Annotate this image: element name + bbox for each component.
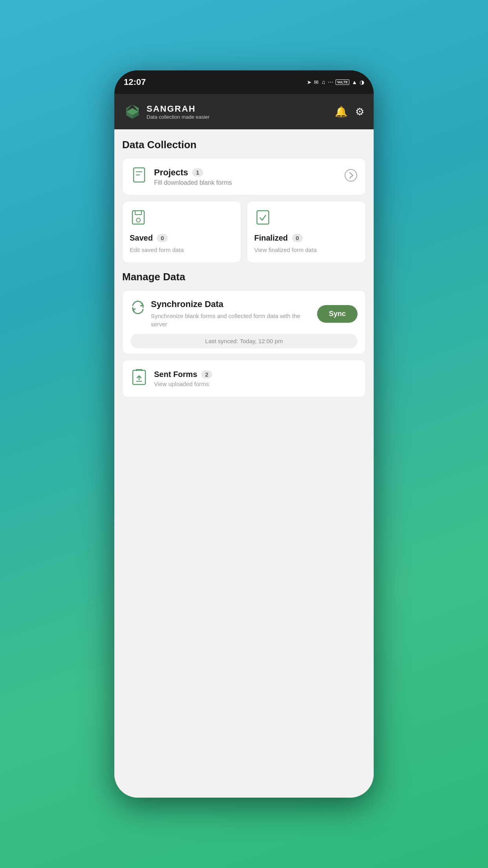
data-collection-title: Data Collection — [122, 139, 366, 151]
svg-point-11 — [136, 218, 140, 222]
battery-icon: ◑ — [360, 79, 364, 85]
location-icon: ➤ — [307, 79, 312, 85]
status-bar: 12:07 ➤ ✉ ♫ ⋯ VoLTE ▲ ◑ — [114, 70, 374, 94]
brand-tagline: Data collection made easier — [147, 114, 209, 120]
projects-title: Projects — [154, 167, 188, 178]
finalized-card[interactable]: Finalized 0 View finalized form data — [247, 201, 366, 263]
saved-finalized-row: Saved 0 Edit saved form data Finalized — [122, 201, 366, 263]
whatsapp-icon: ✉ — [314, 79, 319, 85]
manage-data-title: Manage Data — [122, 271, 366, 283]
finalized-title: Finalized — [254, 234, 288, 243]
misc-icons: ⋯ — [328, 79, 333, 85]
sync-button[interactable]: Sync — [317, 305, 358, 323]
saved-title: Saved — [130, 234, 153, 243]
sync-icon — [130, 300, 145, 318]
sent-forms-icon — [130, 369, 148, 388]
sent-forms-title: Sent Forms — [154, 370, 197, 379]
projects-icon — [130, 167, 148, 186]
saved-icon — [130, 210, 147, 228]
status-icons: ➤ ✉ ♫ ⋯ VoLTE ▲ ◑ — [307, 79, 364, 85]
finalized-desc: View finalized form data — [254, 246, 317, 253]
settings-icon[interactable]: ⚙ — [355, 106, 364, 118]
status-time: 12:07 — [124, 77, 146, 87]
projects-arrow-icon — [344, 169, 358, 185]
app-brand: SANGRAH Data collection made easier — [124, 103, 209, 120]
app-content: SANGRAH Data collection made easier 🔔 ⚙ … — [114, 94, 374, 798]
brand-logo-icon — [124, 103, 141, 120]
saved-card[interactable]: Saved 0 Edit saved form data — [122, 201, 241, 263]
app-header: SANGRAH Data collection made easier 🔔 ⚙ — [114, 94, 374, 129]
sync-body: Synchronize Data Synchronize blank forms… — [151, 299, 312, 328]
sent-forms-desc: View uploaded forms — [154, 381, 209, 387]
finalized-icon — [254, 210, 272, 228]
sent-forms-badge: 2 — [201, 370, 212, 379]
svg-rect-10 — [135, 211, 141, 215]
finalized-badge: 0 — [292, 234, 303, 242]
brand-text-group: SANGRAH Data collection made easier — [147, 104, 209, 120]
phone-frame: 12:07 ➤ ✉ ♫ ⋯ VoLTE ▲ ◑ — [114, 70, 374, 798]
brand-name: SANGRAH — [147, 104, 209, 114]
sync-footer: Last synced: Today, 12:00 pm — [130, 334, 358, 348]
main-scroll: Data Collection Projects 1 Fill download… — [114, 129, 374, 798]
sent-forms-card[interactable]: Sent Forms 2 View uploaded forms — [122, 360, 366, 397]
projects-badge: 1 — [192, 168, 203, 177]
sync-card[interactable]: Synchronize Data Synchronize blank forms… — [122, 290, 366, 354]
header-icons: 🔔 ⚙ — [335, 106, 364, 118]
projects-desc: Fill downloaded blank forms — [154, 179, 232, 186]
manage-data-section: Manage Data Synchro — [122, 271, 366, 397]
bell-icon[interactable]: 🔔 — [335, 106, 347, 118]
projects-body: Projects 1 Fill downloaded blank forms — [154, 167, 338, 186]
svg-rect-12 — [257, 211, 269, 224]
projects-card[interactable]: Projects 1 Fill downloaded blank forms — [122, 158, 366, 195]
spotify-icon: ♫ — [321, 79, 325, 85]
svg-point-8 — [345, 169, 357, 181]
volte-badge: VoLTE — [336, 79, 349, 85]
sync-desc: Synchronize blank forms and collected fo… — [151, 312, 312, 328]
sent-forms-body: Sent Forms 2 View uploaded forms — [154, 370, 358, 388]
saved-badge: 0 — [157, 234, 168, 242]
saved-desc: Edit saved form data — [130, 246, 184, 253]
signal-icon: ▲ — [352, 79, 357, 85]
sync-title: Synchronize Data — [151, 299, 312, 309]
sync-top: Synchronize Data Synchronize blank forms… — [130, 299, 358, 328]
